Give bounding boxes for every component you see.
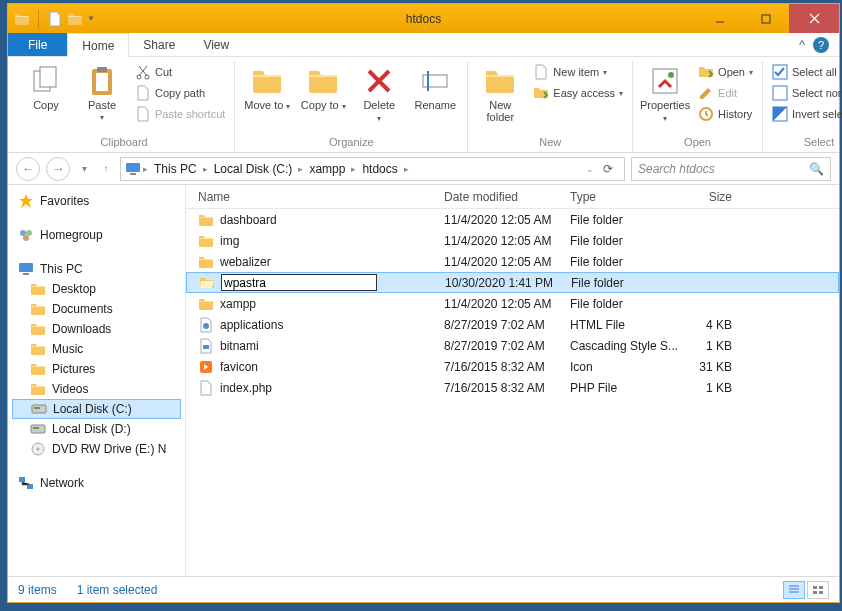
view-details-button[interactable] xyxy=(783,581,805,599)
nav-downloads[interactable]: Downloads xyxy=(12,319,181,339)
help-icon[interactable]: ? xyxy=(813,37,829,53)
file-row[interactable]: img11/4/2020 12:05 AMFile folder xyxy=(186,230,839,251)
view-icons-button[interactable] xyxy=(807,581,829,599)
delete-button[interactable]: Delete▾ xyxy=(353,63,405,124)
breadcrumb[interactable]: ▸ This PC▸ Local Disk (C:)▸ xampp▸ htdoc… xyxy=(120,157,625,181)
css-icon xyxy=(198,338,214,354)
forward-button[interactable]: → xyxy=(46,157,70,181)
folder-icon xyxy=(198,254,214,270)
file-row[interactable]: dashboard11/4/2020 12:05 AMFile folder xyxy=(186,209,839,230)
selectnone-button[interactable]: Select none xyxy=(769,84,842,102)
tab-file[interactable]: File xyxy=(8,33,67,56)
file-name: webalizer xyxy=(220,255,271,269)
file-row[interactable]: index.php7/16/2015 8:32 AMPHP File1 KB xyxy=(186,377,839,398)
file-name: dashboard xyxy=(220,213,277,227)
nav-network[interactable]: Network xyxy=(12,473,181,493)
nav-thispc[interactable]: This PC xyxy=(12,259,181,279)
col-size[interactable]: Size xyxy=(682,190,742,204)
status-selected: 1 item selected xyxy=(77,583,158,597)
newfolder-button[interactable]: New folder xyxy=(474,63,526,123)
tab-share[interactable]: Share xyxy=(129,33,189,56)
nav-localdisk-c[interactable]: Local Disk (C:) xyxy=(12,399,181,419)
nav-homegroup[interactable]: Homegroup xyxy=(12,225,181,245)
folder-open-icon xyxy=(199,275,215,291)
nav-music[interactable]: Music xyxy=(12,339,181,359)
file-icon xyxy=(198,380,214,396)
edit-button[interactable]: Edit xyxy=(695,84,756,102)
cut-button[interactable]: Cut xyxy=(132,63,228,81)
ribbon-tabs: File Home Share View ^ ? xyxy=(8,33,839,57)
nav-desktop[interactable]: Desktop xyxy=(12,279,181,299)
nav-pictures[interactable]: Pictures xyxy=(12,359,181,379)
file-row[interactable]: 10/30/2020 1:41 PMFile folder xyxy=(186,272,839,293)
back-button[interactable]: ← xyxy=(16,157,40,181)
qat-newfolder-icon[interactable] xyxy=(67,11,83,27)
qat-caret-icon[interactable]: ▼ xyxy=(87,14,95,23)
copypath-button[interactable]: Copy path xyxy=(132,84,228,102)
rename-input[interactable] xyxy=(221,274,377,291)
open-button[interactable]: Open ▾ xyxy=(695,63,756,81)
file-name: img xyxy=(220,234,239,248)
breadcrumb-dropdown-icon[interactable]: ⌄ xyxy=(586,164,594,174)
explorer-window: ▼ htdocs File Home Share View ^ ? Copy P… xyxy=(7,3,840,603)
monitor-icon xyxy=(125,161,141,177)
qat-properties-icon[interactable] xyxy=(47,11,63,27)
col-type[interactable]: Type xyxy=(570,190,682,204)
history-button[interactable]: History xyxy=(695,105,756,123)
pasteshortcut-button[interactable]: Paste shortcut xyxy=(132,105,228,123)
window-title: htdocs xyxy=(406,12,441,26)
rename-button[interactable]: Rename xyxy=(409,63,461,111)
close-button[interactable] xyxy=(789,4,839,33)
svg-rect-30 xyxy=(813,586,817,589)
favicon-icon xyxy=(198,359,214,375)
ribbon: Copy Paste▾ Cut Copy path Paste shortcut… xyxy=(8,57,839,153)
file-list: dashboard11/4/2020 12:05 AMFile folderim… xyxy=(186,209,839,576)
svg-rect-31 xyxy=(819,586,823,589)
moveto-button[interactable]: Move to ▾ xyxy=(241,63,293,112)
status-items: 9 items xyxy=(18,583,57,597)
minimize-ribbon-icon[interactable]: ^ xyxy=(799,37,805,52)
svg-rect-29 xyxy=(762,15,770,23)
col-name[interactable]: Name xyxy=(186,190,444,204)
svg-rect-33 xyxy=(819,591,823,594)
selectall-button[interactable]: Select all xyxy=(769,63,842,81)
file-name: xampp xyxy=(220,297,256,311)
file-row[interactable]: favicon7/16/2015 8:32 AMIcon31 KB xyxy=(186,356,839,377)
app-icon xyxy=(14,11,30,27)
nav-localdisk-d[interactable]: Local Disk (D:) xyxy=(12,419,181,439)
html-icon xyxy=(198,317,214,333)
properties-button[interactable]: Properties▾ xyxy=(639,63,691,124)
search-input[interactable]: Search htdocs 🔍 xyxy=(631,157,831,181)
maximize-button[interactable] xyxy=(743,4,789,33)
file-row[interactable]: applications8/27/2019 7:02 AMHTML File4 … xyxy=(186,314,839,335)
copyto-button[interactable]: Copy to ▾ xyxy=(297,63,349,112)
file-row[interactable]: webalizer11/4/2020 12:05 AMFile folder xyxy=(186,251,839,272)
minimize-button[interactable] xyxy=(697,4,743,33)
file-row[interactable]: bitnami8/27/2019 7:02 AMCascading Style … xyxy=(186,335,839,356)
tab-home[interactable]: Home xyxy=(67,33,129,57)
invert-button[interactable]: Invert selection xyxy=(769,105,842,123)
file-name: favicon xyxy=(220,360,258,374)
easyaccess-button[interactable]: Easy access ▾ xyxy=(530,84,626,102)
status-bar: 9 items 1 item selected xyxy=(8,576,839,602)
file-name: index.php xyxy=(220,381,272,395)
copy-button[interactable]: Copy xyxy=(20,63,72,111)
nav-documents[interactable]: Documents xyxy=(12,299,181,319)
nav-videos[interactable]: Videos xyxy=(12,379,181,399)
titlebar[interactable]: ▼ htdocs xyxy=(8,4,839,33)
col-date[interactable]: Date modified xyxy=(444,190,570,204)
column-headers[interactable]: Name Date modified Type Size xyxy=(186,185,839,209)
up-button[interactable]: ↑ xyxy=(98,159,114,179)
file-row[interactable]: xampp11/4/2020 12:05 AMFile folder xyxy=(186,293,839,314)
tab-view[interactable]: View xyxy=(189,33,243,56)
nav-dvd[interactable]: DVD RW Drive (E:) N xyxy=(12,439,181,459)
nav-favorites[interactable]: Favorites xyxy=(12,191,181,211)
recent-button[interactable]: ▾ xyxy=(76,159,92,179)
search-icon[interactable]: 🔍 xyxy=(809,162,824,176)
paste-button[interactable]: Paste▾ xyxy=(76,63,128,122)
folder-icon xyxy=(198,212,214,228)
refresh-button[interactable]: ⟳ xyxy=(596,162,620,176)
newitem-button[interactable]: New item ▾ xyxy=(530,63,626,81)
folder-icon xyxy=(198,233,214,249)
svg-rect-32 xyxy=(813,591,817,594)
